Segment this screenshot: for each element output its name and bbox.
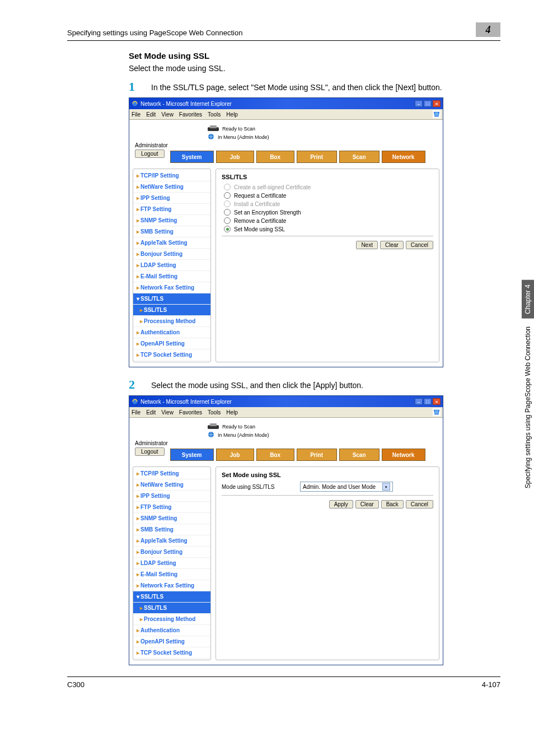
- tab-system[interactable]: System: [170, 151, 214, 163]
- nav-ssltls-category[interactable]: ▾SSL/TLS: [133, 293, 210, 305]
- ie-menubar-2: File Edit View Favorites Tools Help: [129, 407, 443, 418]
- nav-netfax[interactable]: ▸Network Fax Setting: [133, 282, 210, 293]
- mode-dropdown[interactable]: Admin. Mode and User Mode ▾: [300, 482, 393, 492]
- step-2-text: Select the mode using SSL, and then clic…: [151, 379, 363, 391]
- printer-icon: [208, 423, 219, 430]
- page-content-1: Ready to Scan In Menu (Admin Mode) Admin…: [129, 120, 443, 367]
- radio-request-cert[interactable]: Request a Certificate: [224, 192, 433, 199]
- menu-tools[interactable]: Tools: [208, 409, 221, 416]
- apply-button[interactable]: Apply: [329, 500, 353, 508]
- menu-file[interactable]: File: [132, 409, 140, 416]
- close-button[interactable]: ×: [433, 100, 441, 107]
- nav-ftp[interactable]: ▸FTP Setting: [133, 502, 210, 513]
- menu-view[interactable]: View: [161, 409, 174, 416]
- nav-tcpip[interactable]: ▸TCP/IP Setting: [133, 468, 210, 479]
- radio-remove-cert[interactable]: Remove a Certificate: [224, 217, 433, 224]
- tab-job[interactable]: Job: [216, 151, 254, 163]
- nav-snmp[interactable]: ▸SNMP Setting: [133, 513, 210, 524]
- nav-appletalk[interactable]: ▸AppleTalk Setting: [133, 237, 210, 249]
- svg-rect-4: [210, 125, 217, 128]
- menu-tools[interactable]: Tools: [208, 111, 221, 118]
- ie-logo-icon: [132, 100, 138, 107]
- chapter-number-badge: 4: [476, 22, 500, 37]
- tab-network[interactable]: Network: [382, 151, 425, 163]
- menu-edit[interactable]: Edit: [146, 111, 156, 118]
- nav-tcpsocket[interactable]: ▸TCP Socket Setting: [133, 647, 210, 659]
- nav-bonjour[interactable]: ▸Bonjour Setting: [133, 547, 210, 558]
- menu-file[interactable]: File: [132, 111, 140, 118]
- nav-ldap[interactable]: ▸LDAP Setting: [133, 558, 210, 569]
- clear-button[interactable]: Clear: [355, 500, 379, 508]
- separator: [222, 495, 433, 496]
- nav-ssltls-sub[interactable]: ▸SSL/TLS: [133, 305, 210, 316]
- ie-titlebar: Network - Microsoft Internet Explorer – …: [129, 98, 443, 109]
- tab-box[interactable]: Box: [256, 449, 294, 461]
- nav-authentication[interactable]: ▸Authentication: [133, 625, 210, 636]
- logout-button[interactable]: Logout: [135, 447, 165, 456]
- logout-button[interactable]: Logout: [135, 150, 165, 158]
- nav-bonjour[interactable]: ▸Bonjour Setting: [133, 249, 210, 260]
- step-1-text: In the SSL/TLS page, select "Set Mode us…: [151, 81, 442, 93]
- nav-openapi[interactable]: ▸OpenAPI Setting: [133, 338, 210, 349]
- menu-edit[interactable]: Edit: [146, 409, 156, 416]
- nav-tcpsocket[interactable]: ▸TCP Socket Setting: [133, 349, 210, 361]
- nav-openapi[interactable]: ▸OpenAPI Setting: [133, 636, 210, 647]
- clear-button[interactable]: Clear: [380, 241, 404, 249]
- nav-ssltls-sub[interactable]: ▸SSL/TLS: [133, 603, 210, 614]
- radio-set-encryption[interactable]: Set an Encryption Strength: [224, 209, 433, 216]
- tab-scan[interactable]: Scan: [339, 449, 380, 461]
- cancel-button[interactable]: Cancel: [406, 241, 433, 249]
- nav-netware[interactable]: ▸NetWare Setting: [133, 479, 210, 491]
- admin-label: Administrator: [135, 440, 168, 446]
- nav-snmp[interactable]: ▸SNMP Setting: [133, 215, 210, 226]
- nav-tcpip[interactable]: ▸TCP/IP Setting: [133, 170, 210, 181]
- tab-box[interactable]: Box: [256, 151, 294, 163]
- nav-authentication[interactable]: ▸Authentication: [133, 327, 210, 338]
- tab-job[interactable]: Job: [216, 449, 254, 461]
- nav-processing-method[interactable]: ▸Processing Method: [133, 316, 210, 327]
- main-tabs: System Job Box Print Scan Network: [170, 449, 425, 461]
- menu-favorites[interactable]: Favorites: [179, 111, 202, 118]
- radio-install-cert[interactable]: Install a Certificate: [224, 200, 433, 207]
- nav-appletalk[interactable]: ▸AppleTalk Setting: [133, 535, 210, 547]
- nav-processing-method[interactable]: ▸Processing Method: [133, 614, 210, 625]
- nav-ipp[interactable]: ▸IPP Setting: [133, 491, 210, 502]
- nav-ldap[interactable]: ▸LDAP Setting: [133, 260, 210, 271]
- mode-label: Mode using SSL/TLS: [222, 484, 300, 490]
- menu-help[interactable]: Help: [226, 409, 238, 416]
- ie-window-title: Network - Microsoft Internet Explorer: [140, 101, 415, 107]
- tab-print[interactable]: Print: [297, 151, 337, 163]
- nav-smb[interactable]: ▸SMB Setting: [133, 226, 210, 237]
- menu-view[interactable]: View: [161, 111, 174, 118]
- nav-email[interactable]: ▸E-Mail Setting: [133, 569, 210, 580]
- maximize-button[interactable]: □: [424, 100, 432, 107]
- radio-create-cert[interactable]: Create a self-signed Certificate: [224, 184, 433, 190]
- step-2: 2 Select the mode using SSL, and then cl…: [129, 379, 500, 391]
- nav-ipp[interactable]: ▸IPP Setting: [133, 193, 210, 204]
- nav-ftp[interactable]: ▸FTP Setting: [133, 204, 210, 215]
- minimize-button[interactable]: –: [415, 100, 423, 107]
- cancel-button[interactable]: Cancel: [406, 500, 433, 508]
- tab-scan[interactable]: Scan: [339, 151, 380, 163]
- close-button[interactable]: ×: [433, 398, 441, 405]
- back-button[interactable]: Back: [381, 500, 404, 508]
- maximize-button[interactable]: □: [424, 398, 432, 405]
- nav-ssltls-category[interactable]: ▾SSL/TLS: [133, 591, 210, 603]
- minimize-button[interactable]: –: [415, 398, 423, 405]
- radio-set-mode-ssl[interactable]: Set Mode using SSL: [224, 226, 433, 232]
- mode-dropdown-value: Admin. Mode and User Mode: [303, 484, 376, 490]
- menu-favorites[interactable]: Favorites: [179, 409, 202, 416]
- nav-email[interactable]: ▸E-Mail Setting: [133, 271, 210, 282]
- menu-help[interactable]: Help: [226, 111, 238, 118]
- nav-smb[interactable]: ▸SMB Setting: [133, 524, 210, 535]
- nav-netfax[interactable]: ▸Network Fax Setting: [133, 580, 210, 591]
- step-1-number: 1: [129, 81, 140, 93]
- ie-logo-icon: [132, 398, 138, 405]
- tab-network[interactable]: Network: [382, 449, 425, 461]
- status-menu: In Menu (Admin Mode): [218, 134, 269, 140]
- globe-icon: [208, 133, 214, 141]
- nav-netware[interactable]: ▸NetWare Setting: [133, 181, 210, 193]
- tab-system[interactable]: System: [170, 449, 214, 461]
- next-button[interactable]: Next: [356, 241, 378, 249]
- tab-print[interactable]: Print: [297, 449, 337, 461]
